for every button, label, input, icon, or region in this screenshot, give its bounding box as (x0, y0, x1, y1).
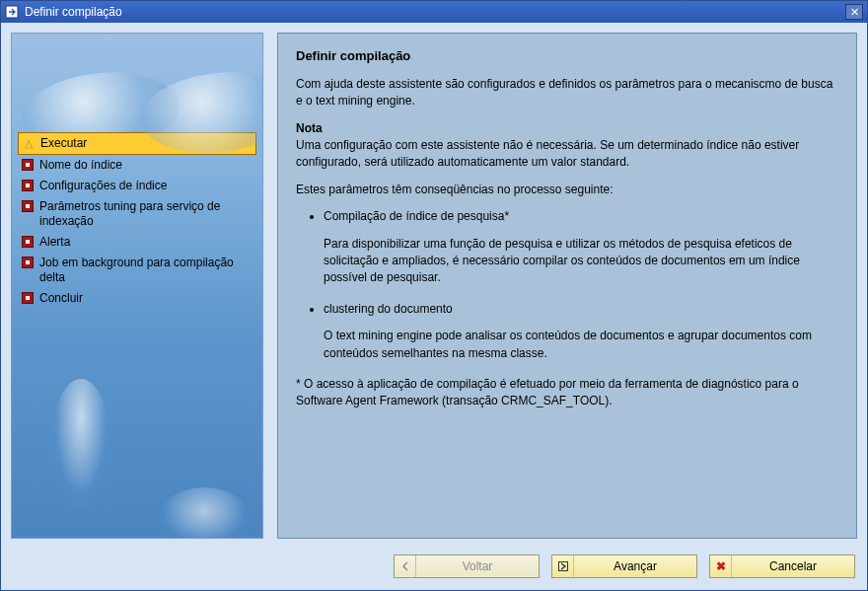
step-label: Executar (40, 136, 87, 151)
next-label: Avançar (574, 559, 696, 573)
step-concluir[interactable]: Concluir (18, 288, 256, 309)
params-lead: Estes parâmetros têm conseqüências no pr… (296, 182, 838, 198)
cancel-label: Cancelar (732, 559, 854, 573)
back-label: Voltar (416, 559, 539, 573)
step-executar[interactable]: Executar (18, 132, 256, 155)
cancel-icon: ✖ (710, 555, 732, 577)
square-icon (22, 180, 34, 191)
bullet-clustering-body: O text mining engine pode analisar os co… (324, 328, 838, 362)
square-icon (22, 236, 34, 248)
cancel-button[interactable]: ✖ Cancelar (709, 554, 855, 578)
step-parametros-tuning[interactable]: Parâmetros tuning para serviço de indexa… (18, 196, 256, 232)
step-list: Executar Nome do índice Configurações de… (12, 132, 262, 309)
window-title: Definir compilação (25, 5, 845, 19)
square-icon (22, 292, 34, 304)
step-label: Job em background para compilação delta (39, 256, 253, 285)
step-label: Configurações de índice (39, 179, 167, 193)
wizard-sidebar: Executar Nome do índice Configurações de… (11, 33, 263, 539)
step-label: Parâmetros tuning para serviço de indexa… (39, 199, 253, 229)
note-body: Uma configuração com este assistente não… (296, 138, 799, 169)
back-button: Voltar (394, 554, 540, 578)
step-nome-do-indice[interactable]: Nome do índice (18, 155, 256, 176)
content-note: Nota Uma configuração com este assistent… (296, 120, 838, 172)
content-footnote: * O acesso à aplicação de compilação é e… (296, 376, 838, 410)
wizard-icon (5, 5, 19, 19)
step-alerta[interactable]: Alerta (18, 232, 256, 253)
body-area: Executar Nome do índice Configurações de… (1, 23, 867, 590)
step-label: Concluir (39, 291, 83, 306)
content-pane: Definir compilação Com ajuda deste assis… (277, 33, 857, 539)
content-intro: Com ajuda deste assistente são configura… (296, 76, 838, 111)
main-row: Executar Nome do índice Configurações de… (1, 23, 867, 545)
bullet-clustering: clustering do documento (324, 301, 838, 318)
footer-bar: Voltar Avançar ✖ Cancelar (1, 545, 867, 590)
square-icon (22, 257, 34, 268)
back-icon (395, 555, 416, 577)
triangle-icon (23, 137, 35, 149)
bullet-compilacao: Compilação de índice de pesquisa* (324, 208, 838, 225)
step-job-background[interactable]: Job em background para compilação delta (18, 253, 256, 288)
wizard-window: Definir compilação ✕ Executar Nome do ín… (0, 0, 868, 591)
content-heading: Definir compilação (296, 47, 838, 66)
square-icon (22, 200, 34, 212)
note-label: Nota (296, 121, 323, 135)
square-icon (22, 159, 34, 171)
close-button[interactable]: ✕ (845, 4, 863, 20)
params-list: Compilação de índice de pesquisa* (296, 208, 838, 225)
step-label: Alerta (39, 235, 70, 250)
bullet-compilacao-body: Para disponibilizar uma função de pesqui… (324, 236, 838, 287)
next-button[interactable]: Avançar (551, 554, 697, 578)
params-list-2: clustering do documento (296, 301, 838, 318)
step-configuracoes-indice[interactable]: Configurações de índice (18, 176, 256, 196)
close-icon: ✕ (850, 6, 859, 19)
x-icon: ✖ (716, 559, 726, 573)
next-icon (552, 555, 574, 577)
step-label: Nome do índice (39, 158, 122, 173)
titlebar: Definir compilação ✕ (1, 1, 867, 23)
